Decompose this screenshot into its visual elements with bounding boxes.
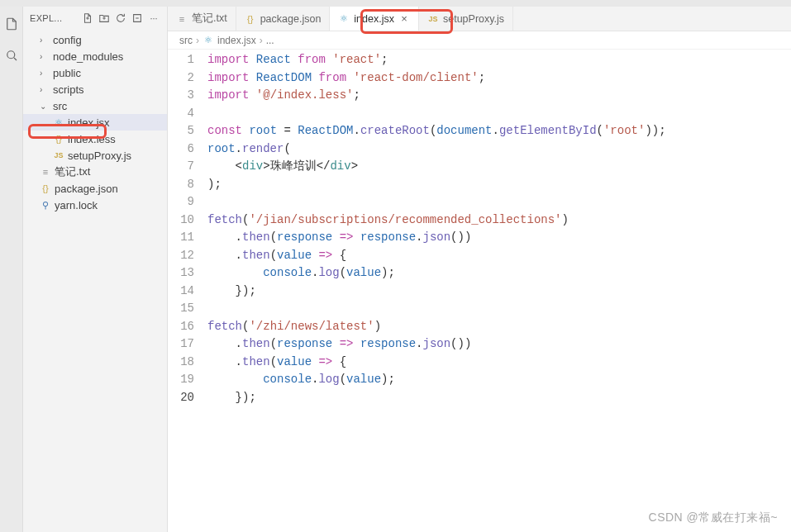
line-number: 5 [168,122,194,140]
tree-item-label: src [53,100,67,112]
tree-item-node_modules[interactable]: ›node_modules [23,48,167,64]
code-line[interactable]: <div>珠峰培训</div> [207,158,791,176]
line-number: 19 [168,371,194,389]
line-number: 8 [168,176,194,194]
tree-item-scripts[interactable]: ›scripts [23,81,167,97]
code-line[interactable]: fetch('/jian/subscriptions/recommended_c… [207,211,791,230]
code-line[interactable] [207,193,791,211]
line-number: 13 [168,264,194,283]
watermark-text: CSDN @常威在打来福~ [649,511,778,525]
code-line[interactable]: console.log(value); [207,264,791,283]
code-editor[interactable]: 1234567891011121314151617181920 import R… [168,50,791,532]
line-gutter: 1234567891011121314151617181920 [168,50,207,532]
code-line[interactable]: import ReactDOM from 'react-dom/client'; [207,69,791,88]
tree-item-public[interactable]: ›public [23,64,167,81]
window-top-bar [0,0,791,7]
line-number: 10 [168,211,194,230]
tab-label: 笔记.txt [192,12,227,26]
react-icon: ⚛ [203,35,214,45]
line-number: 20 [168,389,194,407]
search-icon[interactable] [2,46,21,64]
line-number: 12 [168,247,194,265]
tree-item-label: yarn.lock [55,199,98,211]
code-content[interactable]: import React from 'react';import ReactDO… [207,50,791,532]
tree-item-setupProxy-js[interactable]: JSsetupProxy.js [23,147,167,164]
editor-area: ≡笔记.txt{}package.json⚛index.jsx×JSsetupP… [168,7,791,532]
collapse-icon[interactable] [131,12,144,25]
explorer-title: EXPL... [30,13,78,23]
explorer-header: EXPL... ··· [23,7,167,30]
code-line[interactable]: const root = ReactDOM.createRoot(documen… [207,122,791,140]
line-number: 9 [168,193,194,211]
code-line[interactable]: .then(response => response.json()) [207,229,791,247]
line-number: 14 [168,283,194,301]
tree-item-label: scripts [53,83,84,96]
close-icon[interactable]: × [398,13,410,25]
tree-item----txt[interactable]: ≡笔记.txt [23,164,167,180]
breadcrumb[interactable]: src › ⚛ index.jsx › ... [168,31,791,50]
line-number: 11 [168,229,194,247]
new-folder-icon[interactable] [98,12,111,25]
breadcrumb-seg[interactable]: ... [266,35,274,46]
chevron-right-icon: › [260,35,263,46]
tab-label: setupProxy.js [443,13,504,25]
refresh-icon[interactable] [114,12,127,25]
tree-item-label: package.json [55,183,118,195]
tree-item-label: 笔记.txt [55,164,90,179]
code-line[interactable]: }); [207,389,791,407]
tree-item-label: config [53,34,82,46]
code-line[interactable] [207,300,791,318]
line-number: 1 [168,51,194,69]
svg-point-0 [7,51,14,59]
code-line[interactable]: ); [207,176,791,194]
line-number: 7 [168,158,194,176]
line-number: 2 [168,69,194,88]
code-line[interactable]: import React from 'react'; [207,51,791,69]
tab-index-jsx[interactable]: ⚛index.jsx× [330,7,419,31]
tree-item-label: index.jsx [68,116,110,129]
tree-item-yarn-lock[interactable]: ⚲yarn.lock [23,197,167,213]
chevron-right-icon: › [196,35,199,46]
file-tree: ›config›node_modules›public›scripts⌄src⚛… [23,30,167,532]
code-line[interactable]: fetch('/zhi/news/latest') [207,318,791,336]
tab----txt[interactable]: ≡笔记.txt [168,7,236,31]
tab-package-json[interactable]: {}package.json [236,7,331,31]
breadcrumb-seg[interactable]: index.jsx [217,35,256,46]
code-line[interactable]: .then(value => { [207,247,791,265]
code-line[interactable]: root.render( [207,140,791,159]
explorer-sidebar: EXPL... ··· ›config›node_modules›public›… [23,7,168,532]
line-number: 3 [168,87,194,105]
new-file-icon[interactable] [81,12,94,25]
tree-item-index-jsx[interactable]: ⚛index.jsx [23,114,167,131]
code-line[interactable]: .then(response => response.json()) [207,335,791,354]
code-line[interactable] [207,105,791,123]
more-icon[interactable]: ··· [147,12,160,25]
tree-item-package-json[interactable]: {}package.json [23,180,167,197]
tree-item-label: node_modules [53,50,123,63]
tab-setupProxy-js[interactable]: JSsetupProxy.js [419,7,513,31]
code-line[interactable]: console.log(value); [207,371,791,389]
line-number: 15 [168,300,194,318]
line-number: 17 [168,335,194,354]
code-line[interactable]: }); [207,283,791,301]
editor-tabs: ≡笔记.txt{}package.json⚛index.jsx×JSsetupP… [168,7,791,31]
line-number: 6 [168,140,194,159]
tree-item-label: index.less [68,133,116,145]
line-number: 16 [168,318,194,336]
tree-item-src[interactable]: ⌄src [23,97,167,114]
tree-item-config[interactable]: ›config [23,31,167,48]
tree-item-index-less[interactable]: {}index.less [23,131,167,147]
activity-bar [0,7,23,532]
tree-item-label: setupProxy.js [68,150,131,162]
files-icon[interactable] [2,15,21,33]
line-number: 18 [168,354,194,372]
code-line[interactable]: import '@/index.less'; [207,87,791,105]
breadcrumb-seg[interactable]: src [179,35,193,46]
code-line[interactable]: .then(value => { [207,354,791,372]
tab-label: index.jsx [354,13,394,25]
tab-label: package.json [260,13,322,25]
tree-item-label: public [53,67,81,79]
line-number: 4 [168,105,194,123]
